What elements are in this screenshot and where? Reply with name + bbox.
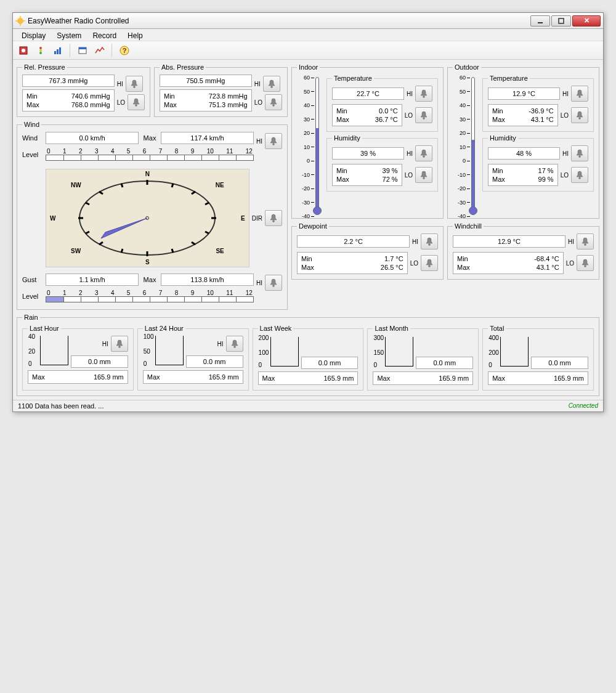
maximize-button[interactable] bbox=[551, 15, 571, 26]
abs-pressure-lo-bell[interactable] bbox=[265, 94, 282, 110]
svg-point-50 bbox=[579, 118, 581, 120]
svg-line-31 bbox=[99, 242, 103, 245]
outdoor-humidity-hi-bell[interactable] bbox=[571, 145, 588, 161]
status-bar: 1100 Data has been read. ... Connected bbox=[13, 400, 603, 411]
outdoor-humidity-panel: Humidity 48 %HI Min17 %Max99 %LO bbox=[482, 134, 594, 192]
svg-point-22 bbox=[273, 105, 275, 107]
svg-point-0 bbox=[17, 18, 23, 24]
menubar: Display System Record Help bbox=[13, 29, 603, 41]
svg-point-9 bbox=[39, 47, 42, 49]
rel-pressure-lo-bell[interactable] bbox=[128, 94, 145, 110]
rain-week-panel: Last Week20010000.0 mmMax165.9 mm bbox=[253, 325, 364, 391]
rel-pressure-legend: Rel. Pressure bbox=[22, 63, 67, 71]
windchill-lo-bell[interactable] bbox=[577, 255, 594, 271]
rain-month-graph: 3001500 bbox=[385, 337, 413, 367]
svg-rect-6 bbox=[559, 18, 564, 23]
gust-hi-bell[interactable] bbox=[265, 275, 282, 291]
toolbar-help-icon[interactable]: ? bbox=[116, 43, 132, 58]
rain-panel: Rain Last Hour40200HI0.0 mmMax165.9 mmLa… bbox=[17, 314, 599, 396]
rain-day-graph: 100500 bbox=[155, 336, 184, 365]
rain-month-value: 0.0 mm bbox=[416, 357, 473, 369]
rain-day-max: Max165.9 mm bbox=[143, 370, 243, 384]
rain-week-value: 0.0 mm bbox=[301, 357, 359, 369]
abs-pressure-legend: Abs. Pressure bbox=[160, 63, 206, 71]
abs-pressure-hi-bell[interactable] bbox=[263, 76, 280, 92]
windchill-value: 12.9 °C bbox=[453, 235, 565, 248]
menu-display[interactable]: Display bbox=[17, 30, 51, 39]
svg-line-32 bbox=[192, 192, 195, 194]
abs-pressure-panel: Abs. Pressure 750.5 mmHg Min723.8 mmHg M… bbox=[154, 63, 288, 117]
gust-value: 1.1 km/h bbox=[46, 274, 139, 286]
svg-point-20 bbox=[136, 105, 137, 107]
indoor-humidity-hi-bell[interactable] bbox=[415, 145, 432, 161]
window-title: EasyWeather Radio Controlled bbox=[28, 17, 530, 25]
menu-record[interactable]: Record bbox=[87, 30, 121, 39]
svg-point-54 bbox=[429, 265, 431, 267]
outdoor-temp-hi-bell[interactable] bbox=[571, 86, 588, 102]
svg-point-56 bbox=[585, 265, 586, 267]
rel-pressure-panel: Rel. Pressure 767.3 mmHg Min740.6 mmHg M… bbox=[17, 63, 150, 117]
svg-line-36 bbox=[172, 184, 173, 187]
svg-point-47 bbox=[423, 156, 425, 158]
indoor-humidity-panel: Humidity 39 %HI Min39 %Max72 %LO bbox=[326, 134, 438, 192]
indoor-temp-hi-bell[interactable] bbox=[415, 86, 432, 102]
rain-total-max: Max165.9 mm bbox=[488, 371, 588, 385]
indoor-humidity-minmax: Min39 %Max72 % bbox=[332, 164, 402, 186]
status-message: 1100 Data has been read. ... bbox=[18, 402, 103, 410]
outdoor-temp-value: 12.9 °C bbox=[488, 87, 560, 100]
titlebar: EasyWeather Radio Controlled ✕ bbox=[13, 13, 603, 29]
wind-dir-bell[interactable] bbox=[265, 210, 282, 226]
menu-help[interactable]: Help bbox=[123, 30, 148, 39]
windchill-hi-bell[interactable] bbox=[577, 233, 594, 249]
rain-day-hi-bell[interactable] bbox=[226, 336, 243, 352]
gust-level-ruler: 0123456789101112 bbox=[46, 290, 254, 304]
toolbar-settings-icon[interactable] bbox=[15, 43, 31, 58]
toolbar-window-icon[interactable] bbox=[75, 43, 91, 58]
toolbar-graph-icon[interactable] bbox=[92, 43, 108, 58]
indoor-humidity-value: 39 % bbox=[332, 147, 404, 160]
close-button[interactable]: ✕ bbox=[572, 15, 601, 26]
svg-point-52 bbox=[579, 177, 581, 179]
rain-month-panel: Last Month30015000.0 mmMax165.9 mm bbox=[367, 325, 479, 391]
svg-point-49 bbox=[579, 96, 581, 98]
outdoor-temp-lo-bell[interactable] bbox=[571, 107, 588, 123]
main-content: Rel. Pressure 767.3 mmHg Min740.6 mmHg M… bbox=[13, 60, 603, 314]
abs-pressure-value: 750.5 mmHg bbox=[160, 75, 252, 87]
wind-hi-bell[interactable] bbox=[265, 133, 282, 149]
dewpoint-lo-bell[interactable] bbox=[421, 255, 438, 271]
svg-rect-14 bbox=[59, 47, 61, 54]
dewpoint-hi-bell[interactable] bbox=[421, 233, 438, 249]
rain-hour-value: 0.0 mm bbox=[71, 355, 128, 368]
svg-point-55 bbox=[585, 244, 586, 246]
rel-pressure-value: 767.3 mmHg bbox=[22, 75, 115, 87]
rain-hour-max: Max165.9 mm bbox=[28, 370, 128, 384]
menu-system[interactable]: System bbox=[52, 30, 86, 39]
svg-line-35 bbox=[121, 249, 123, 253]
rain-week-max: Max165.9 mm bbox=[258, 371, 359, 385]
rel-pressure-hi-bell[interactable] bbox=[126, 76, 143, 92]
dewpoint-minmax: Min1.7 °CMax26.5 °C bbox=[297, 252, 408, 274]
rain-hour-panel: Last Hour40200HI0.0 mmMax165.9 mm bbox=[22, 325, 134, 391]
indoor-temp-lo-bell[interactable] bbox=[415, 107, 432, 123]
toolbar-chart-icon[interactable] bbox=[50, 43, 66, 58]
outdoor-panel: Outdoor 6050403020100-10-20-30-40 Temper… bbox=[447, 63, 599, 219]
toolbar-alarm-icon[interactable] bbox=[33, 43, 49, 58]
indoor-temp-panel: Temperature 22.7 °CHI Min0.0 °CMax36.7 °… bbox=[326, 75, 438, 132]
svg-text:?: ? bbox=[123, 47, 127, 54]
rain-total-panel: Total40020000.0 mmMax165.9 mm bbox=[482, 325, 594, 391]
abs-pressure-minmax: Min723.8 mmHg Max751.3 mmHg bbox=[160, 89, 252, 111]
indoor-humidity-lo-bell[interactable] bbox=[415, 167, 432, 183]
svg-point-51 bbox=[579, 156, 581, 158]
svg-point-48 bbox=[423, 177, 425, 179]
svg-line-33 bbox=[121, 184, 123, 187]
wind-compass: N S W E NW NE SW SE bbox=[46, 169, 249, 267]
outdoor-humidity-minmax: Min17 %Max99 % bbox=[488, 164, 558, 186]
rain-hour-graph: 40200 bbox=[40, 336, 68, 365]
status-connected: Connected bbox=[569, 402, 598, 410]
svg-line-34 bbox=[172, 249, 173, 253]
indoor-thermometer: 6050403020100-10-20-30-40 bbox=[297, 75, 323, 213]
rain-week-graph: 2001000 bbox=[270, 337, 299, 367]
rain-hour-hi-bell[interactable] bbox=[111, 336, 128, 352]
outdoor-humidity-lo-bell[interactable] bbox=[571, 167, 588, 183]
minimize-button[interactable] bbox=[530, 15, 550, 26]
